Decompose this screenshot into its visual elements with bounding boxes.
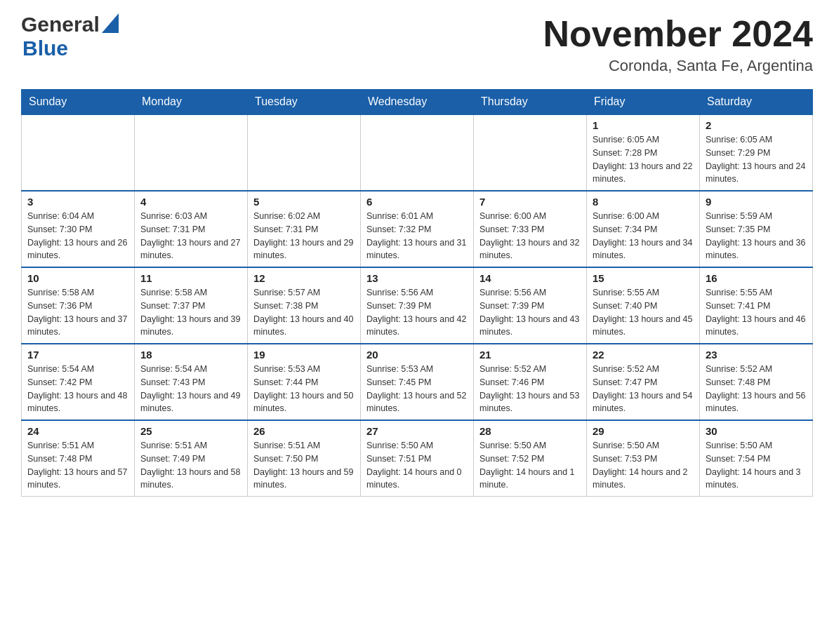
day-number: 9 [706, 196, 807, 208]
sunrise-text: Sunrise: 5:58 AM [27, 286, 128, 300]
day-number: 17 [27, 349, 128, 361]
day-number: 24 [27, 425, 128, 437]
sunrise-text: Sunrise: 5:59 AM [706, 210, 807, 223]
calendar-cell: 7Sunrise: 6:00 AMSunset: 7:33 PMDaylight… [474, 191, 587, 267]
sunrise-text: Sunrise: 5:52 AM [593, 363, 694, 376]
month-title: November 2024 [543, 14, 813, 54]
sunset-text: Sunset: 7:38 PM [253, 300, 355, 313]
day-info: Sunrise: 5:51 AMSunset: 7:48 PMDaylight:… [27, 439, 128, 492]
sunrise-text: Sunrise: 5:52 AM [706, 363, 807, 376]
day-number: 12 [253, 272, 355, 284]
day-number: 23 [706, 349, 807, 361]
title-area: November 2024 Coronda, Santa Fe, Argenti… [543, 14, 813, 75]
day-info: Sunrise: 6:03 AMSunset: 7:31 PMDaylight:… [140, 210, 241, 262]
day-number: 7 [479, 196, 581, 208]
sunset-text: Sunset: 7:45 PM [366, 376, 468, 389]
sunset-text: Sunset: 7:37 PM [140, 300, 241, 313]
daylight-text: Daylight: 13 hours and 36 minutes. [706, 236, 807, 263]
daylight-text: Daylight: 14 hours and 3 minutes. [706, 466, 807, 492]
day-info: Sunrise: 6:05 AMSunset: 7:29 PMDaylight:… [706, 133, 807, 186]
day-info: Sunrise: 5:52 AMSunset: 7:48 PMDaylight:… [706, 363, 807, 415]
day-number: 27 [366, 425, 468, 437]
day-info: Sunrise: 6:04 AMSunset: 7:30 PMDaylight:… [27, 210, 128, 262]
daylight-text: Daylight: 13 hours and 50 minutes. [253, 389, 355, 416]
calendar-cell [135, 114, 248, 191]
day-info: Sunrise: 5:55 AMSunset: 7:40 PMDaylight:… [593, 286, 694, 339]
calendar-cell: 29Sunrise: 5:50 AMSunset: 7:53 PMDayligh… [587, 420, 700, 497]
sunrise-text: Sunrise: 5:52 AM [479, 363, 581, 376]
day-info: Sunrise: 5:50 AMSunset: 7:53 PMDaylight:… [593, 439, 694, 492]
sunset-text: Sunset: 7:33 PM [479, 223, 581, 236]
week-row-2: 3Sunrise: 6:04 AMSunset: 7:30 PMDaylight… [22, 191, 813, 267]
sunset-text: Sunset: 7:35 PM [706, 223, 807, 236]
daylight-text: Daylight: 14 hours and 2 minutes. [593, 466, 694, 492]
sunrise-text: Sunrise: 5:56 AM [479, 286, 581, 300]
sunrise-text: Sunrise: 6:00 AM [479, 210, 581, 223]
daylight-text: Daylight: 13 hours and 48 minutes. [27, 389, 128, 416]
daylight-text: Daylight: 13 hours and 52 minutes. [366, 389, 468, 416]
weekday-header-saturday: Saturday [700, 90, 813, 115]
sunrise-text: Sunrise: 6:05 AM [593, 133, 694, 147]
sunrise-text: Sunrise: 5:54 AM [140, 363, 241, 376]
calendar-cell [248, 114, 361, 191]
sunrise-text: Sunrise: 5:56 AM [366, 286, 468, 300]
calendar-cell: 11Sunrise: 5:58 AMSunset: 7:37 PMDayligh… [135, 267, 248, 344]
sunset-text: Sunset: 7:42 PM [27, 376, 128, 389]
sunrise-text: Sunrise: 5:55 AM [593, 286, 694, 300]
sunrise-text: Sunrise: 5:58 AM [140, 286, 241, 300]
location-title: Coronda, Santa Fe, Argentina [543, 57, 813, 75]
sunrise-text: Sunrise: 6:01 AM [366, 210, 468, 223]
day-number: 14 [479, 272, 581, 284]
sunrise-text: Sunrise: 6:04 AM [27, 210, 128, 223]
sunset-text: Sunset: 7:30 PM [27, 223, 128, 236]
sunrise-text: Sunrise: 5:51 AM [27, 439, 128, 452]
day-info: Sunrise: 5:52 AMSunset: 7:46 PMDaylight:… [479, 363, 581, 415]
calendar-cell: 13Sunrise: 5:56 AMSunset: 7:39 PMDayligh… [361, 267, 474, 344]
day-number: 11 [140, 272, 241, 284]
calendar-cell [22, 114, 135, 191]
calendar-cell: 22Sunrise: 5:52 AMSunset: 7:47 PMDayligh… [587, 344, 700, 420]
day-number: 28 [479, 425, 581, 437]
daylight-text: Daylight: 13 hours and 43 minutes. [479, 313, 581, 340]
logo-triangle-icon [102, 13, 119, 33]
daylight-text: Daylight: 13 hours and 53 minutes. [479, 389, 581, 416]
calendar-cell [361, 114, 474, 191]
day-number: 8 [593, 196, 694, 208]
sunrise-text: Sunrise: 6:03 AM [140, 210, 241, 223]
sunset-text: Sunset: 7:43 PM [140, 376, 241, 389]
week-row-5: 24Sunrise: 5:51 AMSunset: 7:48 PMDayligh… [22, 420, 813, 497]
sunrise-text: Sunrise: 5:50 AM [593, 439, 694, 452]
sunset-text: Sunset: 7:44 PM [253, 376, 355, 389]
calendar-cell: 27Sunrise: 5:50 AMSunset: 7:51 PMDayligh… [361, 420, 474, 497]
day-info: Sunrise: 5:50 AMSunset: 7:54 PMDaylight:… [706, 439, 807, 492]
daylight-text: Daylight: 13 hours and 27 minutes. [140, 236, 241, 263]
sunrise-text: Sunrise: 5:57 AM [253, 286, 355, 300]
weekday-header-sunday: Sunday [22, 90, 135, 115]
day-info: Sunrise: 6:01 AMSunset: 7:32 PMDaylight:… [366, 210, 468, 262]
logo-blue-text: Blue [22, 36, 68, 60]
day-info: Sunrise: 6:05 AMSunset: 7:28 PMDaylight:… [593, 133, 694, 186]
sunset-text: Sunset: 7:39 PM [366, 300, 468, 313]
calendar-cell: 3Sunrise: 6:04 AMSunset: 7:30 PMDaylight… [22, 191, 135, 267]
logo-general-text: General [21, 14, 100, 35]
sunrise-text: Sunrise: 5:50 AM [706, 439, 807, 452]
sunset-text: Sunset: 7:40 PM [593, 300, 694, 313]
daylight-text: Daylight: 13 hours and 58 minutes. [140, 466, 241, 492]
day-info: Sunrise: 6:02 AMSunset: 7:31 PMDaylight:… [253, 210, 355, 262]
day-info: Sunrise: 5:50 AMSunset: 7:52 PMDaylight:… [479, 439, 581, 492]
day-info: Sunrise: 5:54 AMSunset: 7:42 PMDaylight:… [27, 363, 128, 415]
sunrise-text: Sunrise: 5:54 AM [27, 363, 128, 376]
day-number: 21 [479, 349, 581, 361]
sunset-text: Sunset: 7:31 PM [253, 223, 355, 236]
day-number: 4 [140, 196, 241, 208]
sunrise-text: Sunrise: 5:50 AM [479, 439, 581, 452]
calendar-cell: 4Sunrise: 6:03 AMSunset: 7:31 PMDaylight… [135, 191, 248, 267]
weekday-header-monday: Monday [135, 90, 248, 115]
week-row-3: 10Sunrise: 5:58 AMSunset: 7:36 PMDayligh… [22, 267, 813, 344]
day-info: Sunrise: 6:00 AMSunset: 7:34 PMDaylight:… [593, 210, 694, 262]
sunset-text: Sunset: 7:50 PM [253, 452, 355, 466]
day-number: 1 [593, 119, 694, 131]
calendar-cell: 21Sunrise: 5:52 AMSunset: 7:46 PMDayligh… [474, 344, 587, 420]
day-number: 20 [366, 349, 468, 361]
calendar-cell: 25Sunrise: 5:51 AMSunset: 7:49 PMDayligh… [135, 420, 248, 497]
